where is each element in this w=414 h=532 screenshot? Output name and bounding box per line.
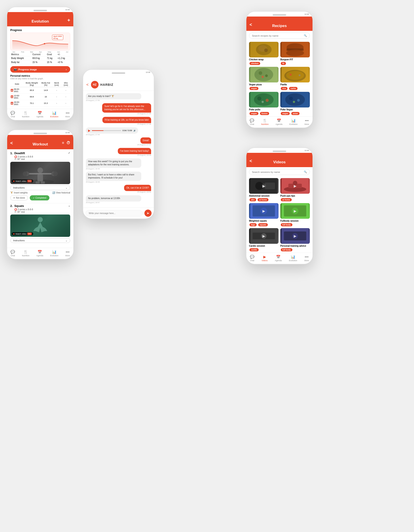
recipe-card-poke-vegan[interactable]: Poke Vegan vegan asian: [280, 92, 310, 115]
video-tag[interactable]: cardio: [250, 248, 259, 251]
nav-nutrition[interactable]: 🍴 Nutrition: [22, 250, 29, 257]
nav-nutrition[interactable]: 🍴 Nutrition: [22, 111, 29, 118]
recipe-image: [249, 67, 279, 82]
timer-icon[interactable]: ⏱: [66, 141, 70, 145]
search-bar[interactable]: 🔍: [249, 169, 310, 175]
video-thumbnail: [280, 203, 310, 219]
svg-point-37: [289, 97, 293, 100]
back-button[interactable]: <: [10, 141, 13, 146]
volume-icon[interactable]: 🔊: [134, 129, 136, 132]
list-icon[interactable]: ≡: [62, 141, 64, 145]
instructions-button[interactable]: Instructions ⌄: [10, 238, 70, 243]
divider: [10, 203, 70, 203]
recipe-tag[interactable]: fusion: [260, 112, 269, 115]
nav-agenda[interactable]: 📅 Agenda: [36, 111, 43, 118]
play-icon[interactable]: ▶: [88, 129, 91, 132]
nav-more[interactable]: ••• More: [304, 119, 309, 125]
back-button[interactable]: <: [250, 158, 252, 163]
workout-content: 1. Deadlift ✓ ⭕ 3 series x 8-8-8 ⏱ 30" r…: [7, 149, 73, 248]
more-icon: •••: [305, 119, 309, 123]
message-input[interactable]: [85, 210, 143, 217]
completed-button[interactable]: ✓ Completed: [30, 195, 49, 200]
video-tag[interactable]: abs: [250, 198, 256, 201]
video-tag[interactable]: at home: [258, 198, 269, 201]
nav-evolution-label: Evolution: [50, 115, 58, 118]
recipe-tag[interactable]: vegan: [281, 112, 290, 115]
nav-evolution-label: Evolution: [50, 255, 58, 257]
chevron-down-icon[interactable]: ⌄: [68, 204, 70, 207]
svg-rect-49: [253, 205, 275, 217]
nav-more[interactable]: ••• More: [65, 250, 70, 257]
recipe-tag[interactable]: vegan: [250, 87, 258, 90]
video-card-fullbody[interactable]: Fullbody session full body: [280, 203, 310, 226]
video-tag[interactable]: squats: [258, 223, 268, 226]
nav-agenda[interactable]: 📅 Agenda: [275, 255, 282, 262]
recipe-card-poke-pollo[interactable]: Poke pollo vegan fusion: [249, 92, 279, 115]
nav-agenda[interactable]: 📅 Agenda: [36, 250, 43, 257]
recipe-card-paella[interactable]: Paella rice carbs: [280, 67, 310, 90]
metric-diff: +1.2 kg: [57, 56, 70, 60]
send-button[interactable]: ➤: [144, 209, 152, 217]
nav-evolution[interactable]: 📊 Evolution: [289, 118, 298, 125]
search-bar[interactable]: 🔍: [249, 33, 310, 39]
bw-value: 70.1: [24, 100, 40, 107]
view-historical-action[interactable]: 🔄 View historical: [52, 191, 70, 194]
exercise-image-deadlift: Watch video HD: [10, 162, 70, 184]
not-done-button[interactable]: ✕ Not done: [10, 195, 28, 200]
video-tag[interactable]: legs: [250, 223, 257, 226]
recipe-image: [249, 42, 279, 57]
video-card-cardio[interactable]: Cardio session cardio: [249, 228, 279, 251]
chat-input-area: ➤: [83, 208, 154, 218]
back-button[interactable]: <: [250, 22, 252, 27]
search-input[interactable]: [252, 34, 302, 37]
nav-evolution[interactable]: 📊 Evolution: [50, 250, 58, 257]
recipe-tag[interactable]: rice: [281, 87, 288, 90]
video-card-personal[interactable]: Personal training advice full body: [280, 228, 310, 251]
table-row: 📅16-02-2021 70.1 15.3 - -: [10, 100, 70, 107]
instructions-button[interactable]: Instructions ⌄: [10, 185, 70, 190]
insert-weights-action[interactable]: 🏋 Insert weights: [10, 191, 28, 194]
recipe-card-vegan-pizza[interactable]: Vegan pizza vegan: [249, 67, 279, 90]
video-tag[interactable]: at home: [281, 198, 292, 201]
instructions-label: Instructions: [13, 187, 25, 189]
recipe-tag[interactable]: asian: [291, 112, 299, 115]
nav-agenda[interactable]: 📅 Agenda: [275, 118, 282, 125]
nav-chat[interactable]: 💬 Chat: [250, 255, 254, 262]
recipe-image: [249, 92, 279, 107]
message-7: But first, I want us to have a video cal…: [86, 171, 151, 183]
nav-chat[interactable]: 💬 Chat: [10, 111, 15, 118]
back-button[interactable]: <: [86, 82, 89, 87]
nav-more[interactable]: ••• More: [65, 111, 70, 118]
recipe-tag[interactable]: vegan: [250, 112, 258, 115]
recipe-tag[interactable]: carbs: [289, 87, 298, 90]
col-bw: Body Weight (Kg): [24, 81, 40, 87]
nav-evolution[interactable]: 📊 Evolution: [289, 255, 297, 262]
video-card-abs[interactable]: Abdominal session abs at home: [249, 178, 279, 201]
audio-player[interactable]: ▶ 0:04 / 0:09 🔊: [86, 127, 138, 134]
nav-videos[interactable]: ▶ Videos: [261, 255, 268, 262]
video-card-pushups[interactable]: Push-ups tips at home: [280, 178, 310, 201]
nav-nutrition[interactable]: 🍴 Nutrition: [261, 118, 269, 125]
recipe-card-chicken-wrap[interactable]: Chicken wrap chicken: [249, 42, 279, 65]
nav-chat[interactable]: 💬 Chat: [250, 118, 254, 125]
recipe-tag[interactable]: chicken: [250, 62, 260, 65]
chevron-down-icon[interactable]: ✓: [68, 152, 70, 154]
progress-image-button[interactable]: 📷 Progress image ›: [10, 66, 70, 73]
recipe-card-burguer-fit[interactable]: Burguer-FIT fit: [280, 42, 310, 65]
nav-more[interactable]: ••• More: [304, 255, 309, 262]
video-tag[interactable]: full body: [281, 248, 292, 251]
video-tag[interactable]: full body: [281, 223, 292, 226]
video-card-squats[interactable]: Weighted squats legs squats: [249, 203, 279, 226]
chat-icon: 💬: [10, 111, 15, 115]
recipe-tag[interactable]: fit: [281, 62, 286, 65]
nav-evolution[interactable]: 📊 Evolution: [50, 111, 58, 118]
search-input[interactable]: [252, 171, 302, 173]
nav-chat[interactable]: 💬 Chat: [10, 250, 15, 257]
chat-messages: Are you ready to train? 🏋 25 August | 17…: [83, 91, 154, 208]
send-icon: ➤: [147, 211, 149, 215]
weights-icon: 🏋: [10, 191, 13, 194]
add-button[interactable]: +: [67, 18, 70, 23]
recipe-name: Poke Vegan: [280, 108, 310, 111]
videos-icon: ▶: [263, 255, 266, 259]
more-icon: •••: [66, 111, 69, 115]
